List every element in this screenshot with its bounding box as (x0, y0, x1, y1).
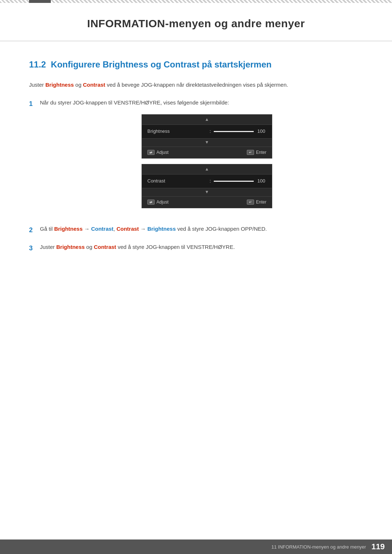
brightness-adjust-label: Adjust (156, 149, 168, 156)
intro-paragraph: Juster Brightness og Contrast ved å beve… (29, 81, 363, 89)
brightness-enter-label: Enter (256, 149, 266, 156)
contrast-value: 100 (257, 177, 266, 185)
page-footer: 11 INFORMATION-menyen og andre menyer 11… (0, 539, 392, 554)
intro-middle1: og (74, 82, 83, 88)
top-stripe-accent (29, 0, 51, 3)
step-2-text-1: Gå til (40, 226, 54, 232)
section-heading: 11.2 Konfigurere Brightness og Contrast … (29, 59, 363, 70)
brightness-bar-fill (214, 131, 254, 132)
step-3-number: 3 (29, 243, 40, 254)
step-1-number: 1 (29, 99, 40, 109)
contrast-bar-track (214, 181, 254, 182)
brightness-panel-footer: ⇄ Adjust ↵ Enter (142, 147, 272, 158)
brightness-panel-top: ▲ (142, 115, 272, 125)
contrast-enter-icon: ↵ (247, 200, 254, 205)
intro-after: ved å bevege JOG-knappen når direktetast… (105, 82, 288, 88)
section-number: 11.2 (29, 59, 46, 69)
step-2-arrow2: → (139, 226, 147, 232)
page-title: INFORMATION-menyen og andre menyer (29, 17, 363, 30)
brightness-panel: ▲ Brightness : 100 ▼ (142, 114, 272, 159)
step-2-content: Gå til Brightness → Contrast, Contrast →… (40, 225, 363, 233)
step-2-contrast1: Contrast (91, 226, 114, 232)
section-title: Konfigurere Brightness og Contrast på st… (51, 59, 271, 69)
step-3-text-1: Juster (40, 244, 56, 250)
brightness-colon: : (209, 128, 211, 135)
step-2-brightness: Brightness (54, 226, 82, 232)
step-1-text: Når du styrer JOG-knappen til VENSTRE/HØ… (40, 98, 363, 107)
brightness-panel-row: Brightness : 100 (142, 125, 272, 138)
contrast-adjust-btn: ⇄ Adjust (147, 199, 168, 206)
contrast-up-arrow: ▲ (205, 166, 209, 173)
step-2-comma: , (114, 226, 117, 232)
step-3-end: ved å styre JOG-knappen til VENSTRE/HØYR… (116, 244, 235, 250)
page-number: 119 (371, 542, 385, 551)
contrast-panel-top: ▲ (142, 164, 272, 175)
step-3-brightness: Brightness (56, 244, 85, 250)
brightness-adjust-btn: ⇄ Adjust (147, 149, 168, 156)
contrast-panel-label: Contrast (147, 177, 207, 185)
contrast-down-arrow: ▼ (205, 189, 209, 196)
monitor-mockups: ▲ Brightness : 100 ▼ (51, 114, 363, 208)
contrast-panel: ▲ Contrast : 100 ▼ (142, 164, 272, 208)
intro-before: Juster (29, 82, 45, 88)
contrast-label-intro: Contrast (83, 82, 105, 88)
step-1-content: Når du styrer JOG-knappen til VENSTRE/HØ… (40, 98, 363, 217)
enter-icon: ↵ (247, 150, 254, 155)
contrast-panel-bottom: ▼ (142, 188, 272, 197)
brightness-value: 100 (257, 128, 266, 135)
brightness-bar-track (214, 131, 254, 132)
step-3: 3 Juster Brightness og Contrast ved å st… (29, 243, 363, 254)
steps-list: 1 Når du styrer JOG-knappen til VENSTRE/… (29, 98, 363, 254)
page-header: INFORMATION-menyen og andre menyer (0, 3, 392, 41)
step-2: 2 Gå til Brightness → Contrast, Contrast… (29, 225, 363, 235)
brightness-label-intro: Brightness (45, 82, 74, 88)
step-1: 1 Når du styrer JOG-knappen til VENSTRE/… (29, 98, 363, 217)
main-content: 11.2 Konfigurere Brightness og Contrast … (0, 41, 392, 290)
top-stripe (0, 0, 392, 3)
step-3-og: og (85, 244, 94, 250)
contrast-enter-label: Enter (256, 199, 266, 206)
contrast-panel-footer: ⇄ Adjust ↵ Enter (142, 197, 272, 208)
brightness-panel-bottom: ▼ (142, 138, 272, 147)
step-3-content: Juster Brightness og Contrast ved å styr… (40, 243, 363, 251)
contrast-bar-fill (214, 181, 254, 182)
brightness-down-arrow: ▼ (205, 139, 209, 146)
contrast-adjust-icon: ⇄ (147, 200, 155, 205)
contrast-panel-row: Contrast : 100 (142, 175, 272, 188)
footer-text: 11 INFORMATION-menyen og andre menyer (271, 544, 366, 550)
step-2-brightness2: Brightness (147, 226, 176, 232)
brightness-enter-btn: ↵ Enter (247, 149, 266, 156)
brightness-panel-label: Brightness (147, 128, 207, 135)
adjust-icon: ⇄ (147, 150, 155, 155)
step-2-arrow1: → (83, 226, 91, 232)
contrast-colon: : (209, 177, 211, 185)
contrast-enter-btn: ↵ Enter (247, 199, 266, 206)
brightness-up-arrow: ▲ (205, 116, 209, 123)
step-2-contrast2: Contrast (117, 226, 139, 232)
contrast-adjust-label: Adjust (156, 199, 168, 206)
step-2-end: ved å styre JOG-knappen OPP/NED. (176, 226, 267, 232)
step-3-contrast: Contrast (94, 244, 116, 250)
step-2-number: 2 (29, 225, 40, 235)
